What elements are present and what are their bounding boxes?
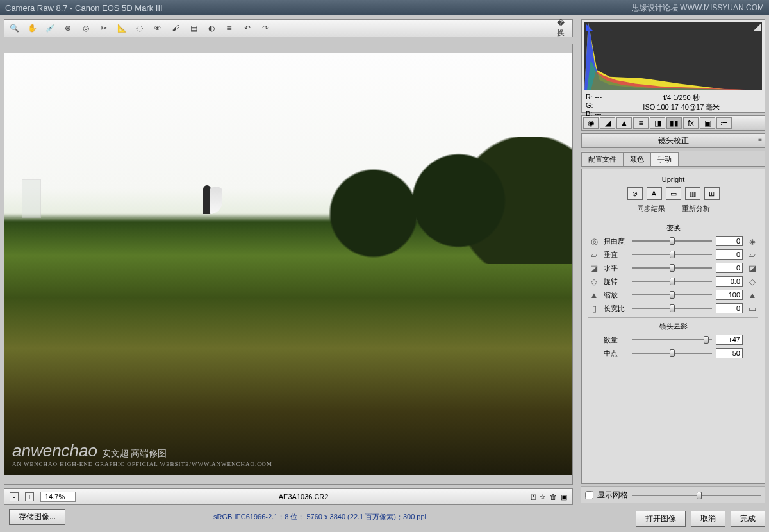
rating-icon[interactable]: ☆ xyxy=(540,493,546,501)
slider-row-distortion: ◎扭曲度◈ xyxy=(588,236,758,246)
midpoint-value-input[interactable] xyxy=(716,348,743,358)
upright-full-button[interactable]: ⊞ xyxy=(704,187,720,200)
rgb-readout: R: --- G: --- B: --- xyxy=(586,93,602,118)
distortion-right-icon: ◈ xyxy=(747,237,758,246)
scale-slider[interactable] xyxy=(632,290,712,299)
title-bar: Camera Raw 8.7 - Canon EOS 5D Mark III 思… xyxy=(0,0,769,15)
lens-manual-panel: Upright ⊘ A ▭ ▥ ⊞ 同步结果 重新分析 变换 ◎扭曲度◈▱垂直▱… xyxy=(581,169,765,484)
horizontal-value-input[interactable] xyxy=(716,263,743,273)
slider-row-scale: ▲缩放▲ xyxy=(588,290,758,300)
site-watermark: 思缘设计论坛 WWW.MISSYUAN.COM xyxy=(632,3,764,13)
amount-value-input[interactable] xyxy=(716,335,743,345)
trash-icon[interactable]: 🗑 xyxy=(550,493,557,501)
preferences-tool-icon[interactable]: ≡ xyxy=(224,22,235,34)
photo-trees xyxy=(288,137,572,264)
rotate-value-input[interactable] xyxy=(716,276,743,287)
filter-icon[interactable]: ⍞ xyxy=(531,493,536,501)
cancel-button[interactable]: 取消 xyxy=(691,511,725,527)
adjustment-brush-tool-icon[interactable]: 🖌 xyxy=(170,22,181,34)
aspect-right-icon: ▭ xyxy=(747,304,758,313)
graduated-filter-tool-icon[interactable]: ▤ xyxy=(188,22,199,34)
image-preview[interactable]: anwenchao 安文超 高端修图 AN WENCHAO HIGH-END G… xyxy=(4,44,573,485)
upright-auto-button[interactable]: A xyxy=(647,187,662,200)
zoom-tool-icon[interactable]: 🔍 xyxy=(8,22,20,34)
slider-row-midpoint: 中点 xyxy=(588,348,758,358)
aspect-label: 长宽比 xyxy=(604,304,628,313)
lens-subtabs: 配置文件 颜色 手动 xyxy=(581,151,765,167)
vertical-slider[interactable] xyxy=(632,250,712,259)
filmstrip-toggle-icon[interactable]: ▣ xyxy=(561,493,567,501)
white-balance-tool-icon[interactable]: 💉 xyxy=(44,22,56,34)
reanalyze-link[interactable]: 重新分析 xyxy=(682,204,710,213)
rotate-left-icon: ◇ xyxy=(588,277,600,287)
done-button[interactable]: 完成 xyxy=(731,511,765,527)
workflow-options-link[interactable]: sRGB IEC61966-2.1；8 位； 5760 x 3840 (22.1… xyxy=(213,513,426,520)
distortion-value-input[interactable] xyxy=(716,236,743,246)
amount-label: 数量 xyxy=(604,335,628,345)
distortion-slider[interactable] xyxy=(632,237,712,245)
slider-row-horizontal: ◪水平◪ xyxy=(588,263,758,273)
fullscreen-toggle-icon[interactable]: �换 xyxy=(557,22,568,34)
scale-right-icon: ▲ xyxy=(747,290,758,300)
zoom-level-dropdown[interactable]: 14.7% xyxy=(40,492,76,502)
upright-vertical-button[interactable]: ▥ xyxy=(685,187,700,200)
show-grid-checkbox[interactable] xyxy=(585,491,593,499)
upright-label: Upright xyxy=(588,176,758,183)
amount-slider[interactable] xyxy=(632,335,712,344)
open-image-button[interactable]: 打开图像 xyxy=(636,511,686,527)
show-grid-label: 显示网格 xyxy=(597,490,628,501)
distortion-left-icon: ◎ xyxy=(588,237,600,246)
subtab-color[interactable]: 颜色 xyxy=(623,152,651,166)
scale-value-input[interactable] xyxy=(716,290,743,300)
midpoint-label: 中点 xyxy=(604,349,628,358)
photo-building xyxy=(22,179,41,218)
footer-bar: 存储图像... sRGB IEC61966-2.1；8 位； 5760 x 38… xyxy=(4,505,573,528)
color-sampler-tool-icon[interactable]: ⊕ xyxy=(62,22,74,34)
panel-menu-icon[interactable]: ≡ xyxy=(758,136,762,143)
crop-tool-icon[interactable]: ✂ xyxy=(98,22,110,34)
straighten-tool-icon[interactable]: 📐 xyxy=(116,22,128,34)
transform-section-title: 变换 xyxy=(588,223,758,233)
scale-label: 缩放 xyxy=(604,290,628,300)
upright-level-button[interactable]: ▭ xyxy=(666,187,681,200)
hand-tool-icon[interactable]: ✋ xyxy=(26,22,38,34)
right-pane: R: --- G: --- B: --- f/4 1/250 秒 ISO 100… xyxy=(577,15,769,532)
photo-watermark: anwenchao 安文超 高端修图 AN WENCHAO HIGH-END G… xyxy=(12,441,272,467)
zoom-in-button[interactable]: + xyxy=(25,492,34,501)
show-grid-row: 显示网格 xyxy=(581,486,765,503)
upright-off-button[interactable]: ⊘ xyxy=(627,187,643,200)
aspect-value-input[interactable] xyxy=(716,303,743,313)
spot-removal-tool-icon[interactable]: ◌ xyxy=(134,22,145,34)
photo-canvas: anwenchao 安文超 高端修图 AN WENCHAO HIGH-END G… xyxy=(4,53,572,476)
vertical-right-icon: ▱ xyxy=(747,250,758,260)
subtab-profile[interactable]: 配置文件 xyxy=(581,152,624,166)
preview-status-bar: - + 14.7% AE3A1036.CR2 ⍞ ☆ 🗑 ▣ xyxy=(4,488,573,505)
subtab-manual[interactable]: 手动 xyxy=(650,152,679,166)
rotate-ccw-icon[interactable]: ↶ xyxy=(242,22,253,34)
rotate-cw-icon[interactable]: ↷ xyxy=(260,22,271,34)
rotate-label: 旋转 xyxy=(604,277,628,287)
aspect-slider[interactable] xyxy=(632,304,712,313)
horizontal-label: 水平 xyxy=(604,263,628,273)
vertical-value-input[interactable] xyxy=(716,249,743,260)
scale-left-icon: ▲ xyxy=(588,290,600,300)
window-title: Camera Raw 8.7 - Canon EOS 5D Mark III xyxy=(5,3,163,13)
horizontal-slider[interactable] xyxy=(632,263,712,272)
histogram[interactable] xyxy=(584,22,762,90)
redeye-tool-icon[interactable]: 👁 xyxy=(152,22,163,34)
target-adjust-tool-icon[interactable]: ◎ xyxy=(80,22,92,34)
left-pane: 🔍 ✋ 💉 ⊕ ◎ ✂ 📐 ◌ 👁 🖌 ▤ ◐ ≡ ↶ ↷ �换 a xyxy=(0,15,577,532)
horizontal-left-icon: ◪ xyxy=(588,263,600,273)
zoom-out-button[interactable]: - xyxy=(10,492,19,501)
sync-results-link[interactable]: 同步结果 xyxy=(637,204,665,213)
rotate-slider[interactable] xyxy=(632,277,712,286)
radial-filter-tool-icon[interactable]: ◐ xyxy=(206,22,217,34)
vertical-label: 垂直 xyxy=(604,250,628,260)
midpoint-slider[interactable] xyxy=(632,349,712,358)
save-image-button[interactable]: 存储图像... xyxy=(9,509,65,525)
distortion-label: 扭曲度 xyxy=(604,237,628,246)
app-frame: 🔍 ✋ 💉 ⊕ ◎ ✂ 📐 ◌ 👁 🖌 ▤ ◐ ≡ ↶ ↷ �换 a xyxy=(0,15,769,532)
rotate-right-icon: ◇ xyxy=(747,277,758,287)
dialog-buttons: 打开图像 取消 完成 xyxy=(581,506,765,532)
grid-size-slider[interactable] xyxy=(632,495,761,496)
